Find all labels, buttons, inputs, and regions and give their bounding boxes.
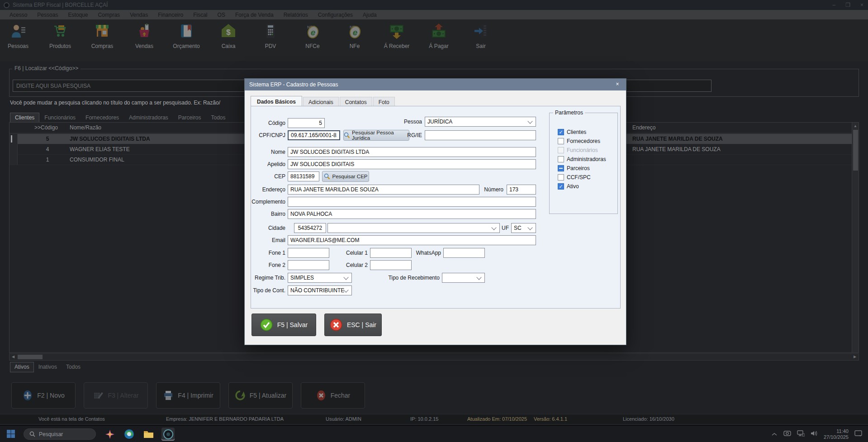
notification-center-icon[interactable] <box>854 430 863 439</box>
taskbar: Pesquisar <box>0 425 868 442</box>
tab-administradoras[interactable]: Administradoras <box>124 113 173 123</box>
exit-icon <box>473 23 489 41</box>
menu-ajuda[interactable]: Ajuda <box>358 11 382 19</box>
toolbar-produtos[interactable]: Produtos <box>48 23 72 49</box>
bairro-field[interactable] <box>288 209 536 219</box>
files-icon[interactable] <box>142 428 155 441</box>
esc-sair-button[interactable]: ESC | Sair <box>324 314 382 336</box>
fone2-field[interactable] <box>288 260 329 270</box>
pessoa-select[interactable]: JURÍDICA <box>425 117 536 127</box>
checkbox-ativo[interactable]: ✓ Ativo <box>558 183 579 190</box>
toolbar-nfe[interactable]: NF e NFe <box>343 23 366 49</box>
scroll-left-icon[interactable]: ◀ <box>9 354 17 360</box>
minimize-button[interactable]: – <box>833 2 836 8</box>
endereco-field[interactable] <box>288 185 479 195</box>
taskbar-clock[interactable]: 11:40 27/10/2025 <box>824 428 849 440</box>
checkbox-administradoras[interactable]: ✓ Administradoras <box>558 156 606 163</box>
atualizar-button[interactable]: F5 | Atualizar <box>228 382 293 409</box>
menu-financeiro[interactable]: Financeiro <box>153 11 188 19</box>
tipo-recebimento-select[interactable] <box>442 273 485 283</box>
fechar-button[interactable]: Fechar <box>301 382 365 409</box>
cep-field[interactable] <box>288 171 319 181</box>
grid-header-nome[interactable]: Nome/Razão <box>70 124 101 131</box>
toolbar-a-pagar[interactable]: Á Pagar <box>427 23 451 49</box>
email-field[interactable] <box>288 235 536 245</box>
scroll-right-icon[interactable]: ▶ <box>851 354 859 360</box>
menu-compras[interactable]: Compras <box>93 11 125 19</box>
toolbar-nfce[interactable]: NFC e NFCe <box>301 23 324 49</box>
tray-expand-icon[interactable] <box>771 430 778 438</box>
numero-field[interactable] <box>507 185 536 195</box>
horizontal-scrollbar[interactable]: ◀ ▶ <box>9 353 859 361</box>
scrollbar-thumb[interactable] <box>18 355 43 359</box>
whatsapp-field[interactable] <box>443 248 485 258</box>
volume-icon[interactable] <box>811 430 818 438</box>
apelido-field[interactable] <box>288 159 536 169</box>
novo-button[interactable]: F2 | Novo <box>11 382 76 409</box>
toolbar-a-receber[interactable]: Á Receber <box>385 23 408 49</box>
imprimir-button[interactable]: F4 | Imprimir <box>156 382 220 409</box>
toolbar-compras[interactable]: Compras <box>90 23 114 49</box>
scrollbar-thumb[interactable] <box>853 130 858 171</box>
cidade-codigo-field[interactable] <box>294 223 326 233</box>
menu-acesso[interactable]: Acesso <box>5 11 32 19</box>
complemento-field[interactable] <box>288 197 536 207</box>
menu-os[interactable]: OS <box>213 11 230 19</box>
taskbar-search[interactable]: Pesquisar <box>24 428 96 440</box>
toolbar-vendas[interactable]: Vendas <box>133 23 156 49</box>
uf-select[interactable]: SC <box>511 223 536 233</box>
vertical-scrollbar[interactable]: ▲ <box>852 123 859 352</box>
salvar-button[interactable]: F5 | Salvar <box>251 314 316 336</box>
toolbar-caixa[interactable]: $ Caixa <box>217 23 240 49</box>
checkbox-parceiros[interactable]: ✓ Parceiros <box>558 165 590 172</box>
tab-todos-filter[interactable]: Todos <box>62 362 85 372</box>
regime-trib-select[interactable]: SIMPLES <box>288 273 352 283</box>
cell-nome: JW SOLUCOES DIGITAIS LTDA <box>70 136 150 142</box>
tab-funcionarios[interactable]: Funcionários <box>39 113 81 123</box>
tab-clientes[interactable]: Clientes <box>10 113 39 123</box>
celular1-field[interactable] <box>370 248 412 258</box>
toolbar-sair[interactable]: Sair <box>469 23 493 49</box>
menu-fiscal[interactable]: Fiscal <box>188 11 212 19</box>
copilot-sparkle-icon[interactable] <box>103 428 116 441</box>
codigo-field[interactable] <box>288 118 325 128</box>
checkbox-fornecedores[interactable]: ✓ Fornecedores <box>558 138 600 145</box>
nome-field[interactable] <box>288 147 536 157</box>
scroll-up-icon[interactable]: ▲ <box>852 123 859 129</box>
toolbar-pdv[interactable]: PDV <box>259 23 282 49</box>
pesquisar-cep-button[interactable]: Pesquisar CEP <box>322 171 369 182</box>
tab-ativos[interactable]: Ativos <box>10 362 34 372</box>
menu-pessoas[interactable]: Pessoas <box>32 11 63 19</box>
cidade-select[interactable] <box>327 223 500 233</box>
close-button[interactable]: × <box>860 2 863 8</box>
checkbox-icon: ✓ <box>558 165 564 171</box>
browser-icon[interactable] <box>123 428 136 441</box>
erp-app-icon[interactable] <box>161 428 175 441</box>
grid-header-codigo[interactable]: >>Código <box>34 124 58 131</box>
start-button[interactable] <box>6 429 15 440</box>
menu-estoque[interactable]: Estoque <box>63 11 93 19</box>
grid-header-endereco[interactable]: Endereço <box>632 124 655 131</box>
tab-parceiros[interactable]: Parceiros <box>173 113 206 123</box>
network-icon[interactable] <box>797 430 805 438</box>
tab-fornecedores[interactable]: Fornecedores <box>81 113 124 123</box>
checkbox-ccf-spc[interactable]: ✓ CCF/SPC <box>558 174 591 181</box>
menu-forca-de-venda[interactable]: Força de Venda <box>230 11 279 19</box>
tab-todos[interactable]: Todos <box>206 113 231 123</box>
tipo-de-cont-select[interactable]: NÃO CONTRIBUINTE <box>288 285 352 295</box>
screen-record-icon[interactable] <box>783 430 791 438</box>
toolbar-pessoas[interactable]: Pessoas <box>6 23 30 49</box>
menu-configuracoes[interactable]: Configurações <box>313 11 358 19</box>
dialog-close-icon[interactable]: × <box>610 79 625 90</box>
maximize-button[interactable]: ❐ <box>845 2 850 8</box>
cpf-cnpj-field[interactable] <box>288 130 340 140</box>
rg-ie-field[interactable] <box>425 130 536 140</box>
celular2-field[interactable] <box>370 260 412 270</box>
fone1-field[interactable] <box>288 248 329 258</box>
regime-trib-label: Regime Trib. <box>251 273 285 283</box>
menu-vendas[interactable]: Vendas <box>125 11 153 19</box>
tab-inativos[interactable]: Inativos <box>34 362 62 372</box>
toolbar-orcamento[interactable]: Orçamento <box>175 23 198 49</box>
checkbox-clientes[interactable]: ✓ Clientes <box>558 128 586 136</box>
menu-relatorios[interactable]: Relatórios <box>279 11 313 19</box>
